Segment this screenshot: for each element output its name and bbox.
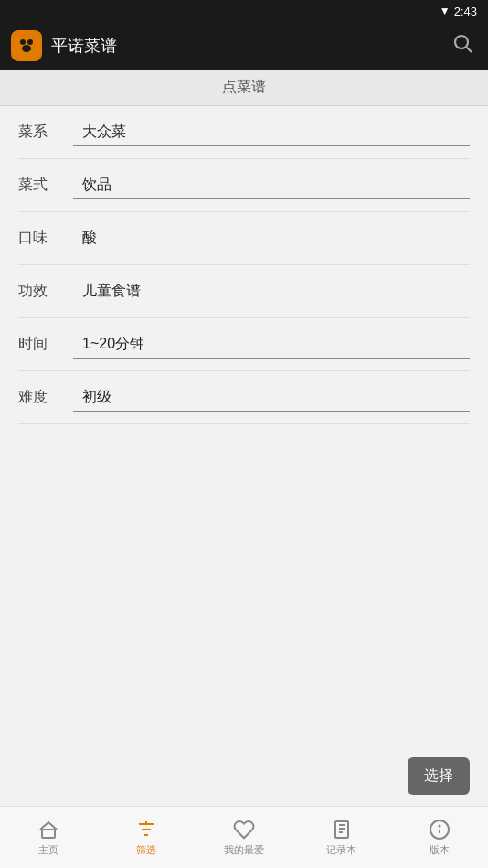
form-value-1[interactable]: 饮品 <box>73 172 470 199</box>
form-value-2[interactable]: 酸 <box>73 225 470 252</box>
nav-label-favorites: 我的最爱 <box>224 843 264 857</box>
svg-rect-6 <box>42 830 55 838</box>
app-bar: 平诺菜谱 <box>0 22 488 70</box>
svg-line-5 <box>467 48 472 53</box>
form-row-4[interactable]: 时间1~20分钟 <box>18 318 470 371</box>
nav-label-filter: 筛选 <box>136 843 156 857</box>
form-label-1: 菜式 <box>18 176 73 195</box>
form-value-0[interactable]: 大众菜 <box>73 119 470 146</box>
form-label-5: 难度 <box>18 388 73 407</box>
nav-item-home[interactable]: 主页 <box>0 807 98 868</box>
search-button[interactable] <box>448 28 477 63</box>
home-icon <box>37 819 59 841</box>
app-title: 平诺菜谱 <box>51 35 117 57</box>
form-label-0: 菜系 <box>18 123 73 142</box>
app-bar-left: 平诺菜谱 <box>11 30 117 61</box>
choose-button[interactable]: 选择 <box>408 757 470 795</box>
bottom-nav: 主页 筛选 我的最爱 记录本 版本 <box>0 806 488 868</box>
page-title-bar: 点菜谱 <box>0 70 488 106</box>
form-row-1[interactable]: 菜式饮品 <box>18 159 470 212</box>
status-bar: ▼ 2:43 <box>0 0 488 22</box>
filter-icon <box>135 819 157 841</box>
nav-label-home: 主页 <box>38 843 58 857</box>
status-time: 2:43 <box>454 5 477 18</box>
svg-point-1 <box>20 39 26 45</box>
form-row-0[interactable]: 菜系大众菜 <box>18 106 470 159</box>
form-label-3: 功效 <box>18 282 73 301</box>
form-value-5[interactable]: 初级 <box>73 384 470 412</box>
nav-label-notebook: 记录本 <box>326 843 356 857</box>
info-icon <box>429 819 451 841</box>
nav-label-about: 版本 <box>430 843 450 857</box>
nav-item-filter[interactable]: 筛选 <box>98 807 196 868</box>
heart-icon <box>233 819 255 841</box>
form-area: 菜系大众菜菜式饮品口味酸功效儿童食谱时间1~20分钟难度初级 <box>0 106 488 806</box>
form-row-2[interactable]: 口味酸 <box>18 212 470 265</box>
app-logo <box>11 30 42 61</box>
form-row-5[interactable]: 难度初级 <box>18 371 470 424</box>
page-title: 点菜谱 <box>222 78 266 97</box>
svg-point-2 <box>27 39 33 45</box>
nav-item-about[interactable]: 版本 <box>390 807 488 868</box>
nav-item-notebook[interactable]: 记录本 <box>292 807 390 868</box>
form-row-3[interactable]: 功效儿童食谱 <box>18 265 470 318</box>
form-value-3[interactable]: 儿童食谱 <box>73 278 470 305</box>
logo-icon <box>16 36 37 56</box>
wifi-icon: ▼ <box>440 5 451 17</box>
form-label-2: 口味 <box>18 229 73 248</box>
notebook-icon <box>331 819 353 841</box>
nav-item-favorites[interactable]: 我的最爱 <box>196 807 293 868</box>
svg-point-3 <box>22 45 31 52</box>
status-icons: ▼ 2:43 <box>440 5 477 18</box>
form-value-4[interactable]: 1~20分钟 <box>73 331 470 359</box>
form-label-4: 时间 <box>18 335 73 354</box>
svg-point-4 <box>455 36 468 48</box>
